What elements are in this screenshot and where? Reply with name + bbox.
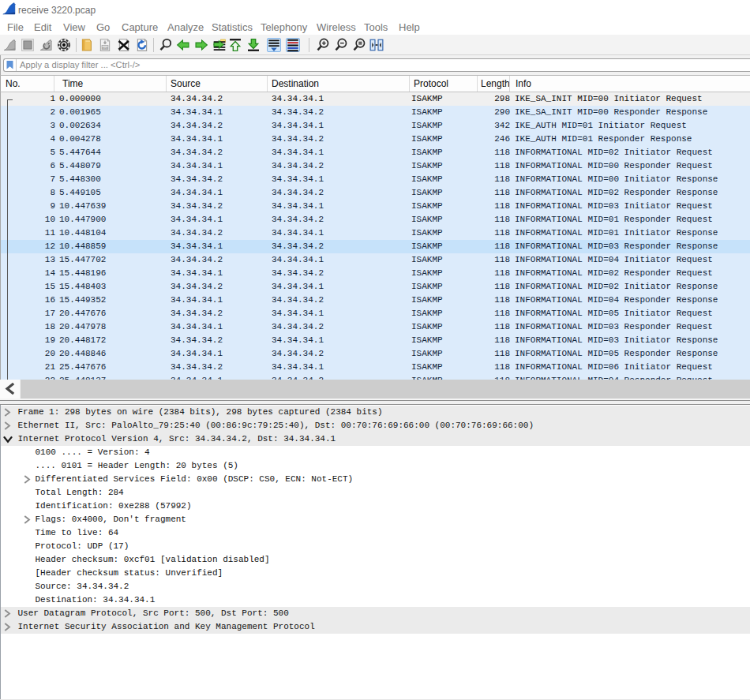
svg-text:010: 010 (102, 47, 108, 50)
